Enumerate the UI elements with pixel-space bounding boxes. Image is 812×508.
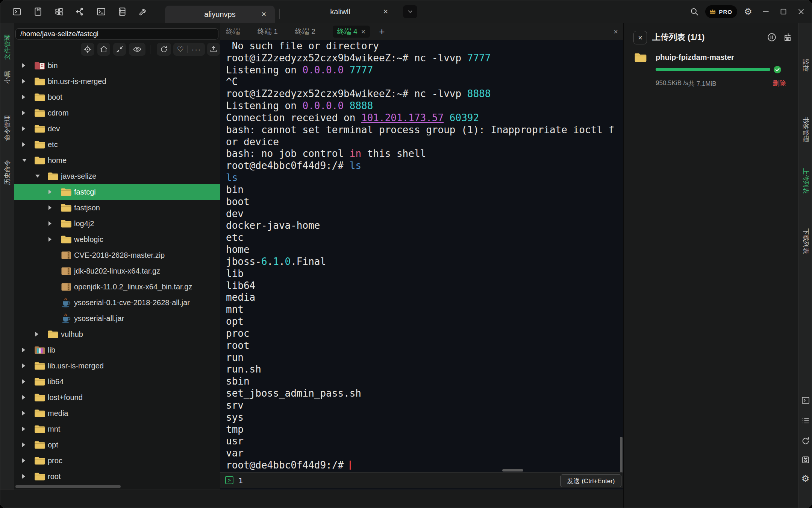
home-icon[interactable]: [97, 43, 110, 56]
pro-badge[interactable]: PRO: [705, 5, 737, 18]
pause-all-icon[interactable]: [766, 31, 778, 43]
tree-row-etc[interactable]: etc: [14, 137, 220, 152]
tree-row-fastjson[interactable]: fastjson: [14, 200, 220, 216]
delete-upload-link[interactable]: 删除: [773, 79, 786, 88]
show-hidden-eye-icon[interactable]: [129, 43, 145, 56]
tree-row-openjdk-11.0.2_linux-x64_bin.tar.gz[interactable]: openjdk-11.0.2_linux-x64_bin.tar.gz: [14, 279, 220, 295]
session-tab-kaliwll[interactable]: kaliwll: [315, 0, 365, 23]
left-rail-tab-xiaohei-assistant[interactable]: 小黑: [3, 71, 12, 84]
tree-row-vulhub[interactable]: vulhub: [14, 326, 220, 342]
close-terminal-tab-icon[interactable]: ×: [361, 27, 366, 36]
rail-list-icon[interactable]: [800, 415, 811, 426]
terminal-horizontal-scrollbar[interactable]: [502, 469, 523, 471]
tree-row-opt[interactable]: opt: [14, 437, 220, 453]
tree-row-lib.usr-is-merged[interactable]: lib.usr-is-merged: [14, 358, 220, 374]
expand-arrow-icon[interactable]: [48, 205, 52, 210]
sidebar-horizontal-scrollbar[interactable]: [15, 485, 121, 488]
file-bookmark-icon[interactable]: [31, 5, 45, 18]
terminal-screen[interactable]: No such file or directoryroot@iZ2zedyzx5…: [220, 40, 623, 472]
terminal-tab-active[interactable]: 终端 4×: [333, 26, 370, 38]
collapse-arrow-icon[interactable]: [35, 175, 40, 178]
input-line-number[interactable]: 1: [238, 473, 243, 488]
expand-arrow-icon[interactable]: [22, 348, 25, 352]
tree-row-root[interactable]: root: [14, 468, 220, 484]
expand-arrow-icon[interactable]: [22, 95, 25, 99]
rail-refresh-icon[interactable]: [800, 435, 811, 447]
left-rail-tab-file-manager[interactable]: 文件管理: [3, 34, 12, 60]
tree-row-mnt[interactable]: mnt: [14, 421, 220, 437]
close-upload-panel-icon[interactable]: ×: [633, 31, 647, 44]
tree-row-weblogic[interactable]: weblogic: [14, 231, 220, 247]
expand-arrow-icon[interactable]: [48, 237, 52, 242]
terminal-tab-3[interactable]: 终端 2: [295, 27, 315, 37]
close-session-tab-kaliwll-icon[interactable]: ×: [381, 7, 391, 17]
rail-settings-gear-icon[interactable]: ⚙: [800, 473, 811, 484]
clear-list-icon[interactable]: [782, 31, 794, 43]
upload-item-name[interactable]: phuip-fpizdam-master: [656, 53, 734, 62]
left-rail-tab-command-manager[interactable]: 命令管理: [3, 115, 12, 141]
expand-arrow-icon[interactable]: [22, 443, 25, 447]
terminal-window-icon[interactable]: [94, 5, 108, 18]
wrench-icon[interactable]: [136, 5, 150, 18]
tree-row-jdk-8u202-linux-x64.tar.gz[interactable]: jdk-8u202-linux-x64.tar.gz: [14, 263, 220, 279]
expand-arrow-icon[interactable]: [22, 427, 25, 431]
refresh-icon[interactable]: [157, 43, 171, 56]
session-tab-aliyunvps[interactable]: aliyunvps ×: [165, 6, 275, 23]
right-rail-tab-monitor[interactable]: 监控: [801, 59, 810, 71]
rail-terminal-icon[interactable]: [800, 395, 811, 406]
favorite-heart-icon[interactable]: ♡: [177, 46, 184, 53]
send-button[interactable]: 发送 (Ctrl+Enter): [561, 475, 621, 487]
expand-arrow-icon[interactable]: [22, 364, 25, 368]
close-session-tab-icon[interactable]: ×: [259, 9, 269, 19]
expand-arrow-icon[interactable]: [35, 332, 38, 336]
tree-row-log4j2[interactable]: log4j2: [14, 216, 220, 231]
tree-row-lib[interactable]: lib: [14, 342, 220, 358]
close-terminal-panel-icon[interactable]: ×: [614, 27, 618, 36]
right-rail-tab-bookmark-manager[interactable]: 书签管理: [801, 117, 810, 142]
locate-icon[interactable]: [81, 43, 94, 56]
tree-row-lib64[interactable]: lib64: [14, 374, 220, 389]
layout-windows-icon[interactable]: [52, 5, 66, 18]
settings-gear-icon[interactable]: ⚙: [741, 5, 755, 18]
terminal-tab-2[interactable]: 终端 1: [258, 27, 278, 37]
expand-arrow-icon[interactable]: [22, 458, 25, 463]
session-dropdown-button[interactable]: [403, 5, 417, 18]
terminal-tab-1[interactable]: 终端: [226, 27, 240, 37]
connections-icon[interactable]: [73, 5, 87, 18]
tree-row-fastcgi[interactable]: fastcgi: [14, 184, 220, 200]
expand-arrow-icon[interactable]: [48, 221, 52, 226]
upload-icon[interactable]: [207, 43, 220, 56]
tree-row-lost+found[interactable]: lost+found: [14, 389, 220, 405]
tree-row-cdrom[interactable]: cdrom: [14, 105, 220, 121]
tree-row-ysoserial-all.jar[interactable]: ysoserial-all.jar: [14, 310, 220, 326]
expand-arrow-icon[interactable]: [22, 474, 25, 479]
expand-arrow-icon[interactable]: [22, 395, 25, 400]
expand-arrow-icon[interactable]: [22, 379, 25, 384]
expand-arrow-icon[interactable]: [22, 111, 25, 115]
expand-arrow-icon[interactable]: [48, 190, 52, 194]
new-terminal-tab-icon[interactable]: +: [377, 26, 387, 38]
more-options-icon[interactable]: ···: [191, 48, 201, 51]
terminal-vertical-scrollbar[interactable]: [620, 437, 623, 473]
right-rail-tab-download-list[interactable]: 下载列表: [801, 228, 810, 254]
tree-row-bin[interactable]: bin: [14, 58, 220, 73]
expand-arrow-icon[interactable]: [22, 63, 25, 68]
rail-save-icon[interactable]: [800, 454, 811, 465]
collapse-arrow-icon[interactable]: [22, 159, 27, 162]
close-window-icon[interactable]: [794, 5, 808, 18]
right-rail-tab-upload-list[interactable]: 上传列表: [801, 168, 810, 194]
search-icon[interactable]: [688, 5, 701, 18]
maximize-icon[interactable]: [777, 5, 790, 18]
minimize-icon[interactable]: [759, 5, 773, 18]
tree-row-media[interactable]: media: [14, 405, 220, 421]
tree-row-ysoserial-0.1-cve-2018-2628-all.jar[interactable]: ysoserial-0.1-cve-2018-2628-all.jar: [14, 295, 220, 310]
left-rail-tab-history-commands[interactable]: 历史命令: [3, 160, 12, 185]
expand-arrow-icon[interactable]: [22, 142, 25, 147]
path-input[interactable]: [15, 28, 218, 40]
expand-arrow-icon[interactable]: [22, 411, 25, 415]
tree-row-bin.usr-is-merged[interactable]: bin.usr-is-merged: [14, 73, 220, 89]
server-rack-icon[interactable]: [115, 5, 129, 18]
tree-row-home[interactable]: home: [14, 152, 220, 168]
tree-row-proc[interactable]: proc: [14, 453, 220, 468]
expand-arrow-icon[interactable]: [22, 79, 25, 84]
